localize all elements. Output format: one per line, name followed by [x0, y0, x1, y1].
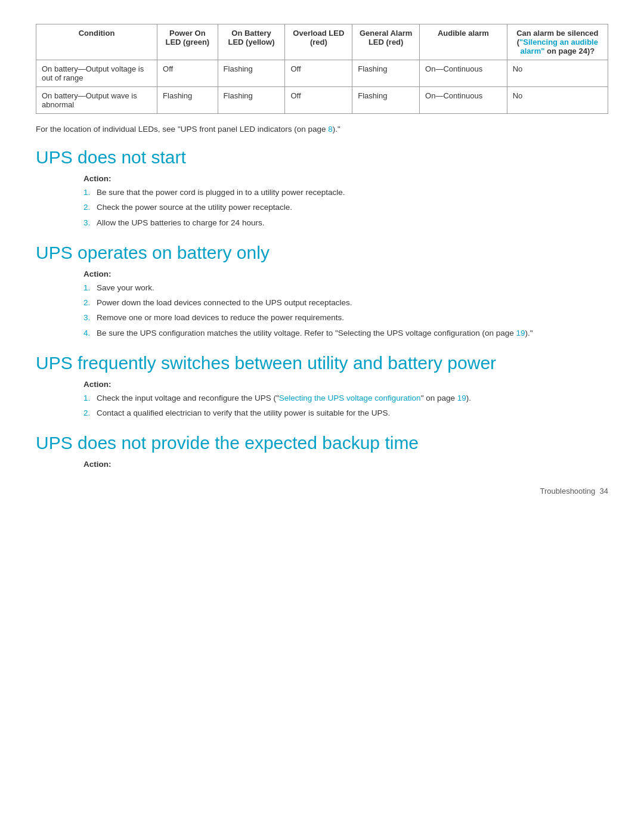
step-number: 1.: [83, 282, 97, 294]
voltage-config-link-s2[interactable]: 19: [516, 329, 525, 337]
cell-condition-2: On battery—Output wave is abnormal: [36, 87, 157, 114]
col-on-battery-led: On Battery LED (yellow): [218, 24, 285, 60]
step-item: 1. Be sure that the power cord is plugge…: [83, 187, 608, 199]
step-item: 3. Allow the UPS batteries to charge for…: [83, 217, 608, 229]
step-number: 2.: [83, 407, 97, 419]
step-item: 4. Be sure the UPS configuration matches…: [83, 327, 608, 339]
cell-battery-2: Flashing: [218, 87, 285, 114]
silence-link-header[interactable]: "Silencing an audible alarm": [519, 38, 598, 55]
step-number: 3.: [83, 312, 97, 324]
col-overload-led: Overload LED (red): [285, 24, 352, 60]
step-number: 2.: [83, 297, 97, 309]
cell-silence-2: No: [507, 87, 608, 114]
col-audible-alarm: Audible alarm: [420, 24, 507, 60]
step-item: 3. Remove one or more load devices to re…: [83, 312, 608, 324]
cell-condition-1: On battery—Output voltage is out of rang…: [36, 60, 157, 87]
cell-power-2: Flashing: [157, 87, 218, 114]
cell-general-1: Flashing: [352, 60, 420, 87]
cell-overload-1: Off: [285, 60, 352, 87]
cell-general-2: Flashing: [352, 87, 420, 114]
step-text: Power down the load devices connected to…: [97, 297, 608, 309]
section1-title: UPS does not start: [36, 147, 608, 168]
step-number: 2.: [83, 202, 97, 213]
step-item: 1. Save your work.: [83, 282, 608, 294]
voltage-config-page-link-s3[interactable]: 19: [457, 394, 466, 402]
col-general-alarm: General Alarm LED (red): [352, 24, 420, 60]
section2-steps: 1. Save your work. 2. Power down the loa…: [83, 282, 608, 339]
step-number: 1.: [83, 187, 97, 199]
step-text: Check the power source at the utility po…: [97, 202, 608, 213]
section2-action-label: Action:: [83, 270, 608, 278]
section-ups-switches: UPS frequently switches between utility …: [36, 352, 608, 420]
col-power-on-led: Power On LED (green): [157, 24, 218, 60]
section1-steps: 1. Be sure that the power cord is plugge…: [83, 187, 608, 229]
cell-audible-1: On—Continuous: [420, 60, 507, 87]
section3-title: UPS frequently switches between utility …: [36, 352, 608, 374]
section1-action-label: Action:: [83, 174, 608, 183]
step-item: 1. Check the input voltage and reconfigu…: [83, 392, 608, 404]
step-text: Be sure the UPS configuration matches th…: [97, 327, 608, 339]
page-number: 34: [600, 487, 608, 496]
step-number: 3.: [83, 217, 97, 229]
cell-silence-1: No: [507, 60, 608, 87]
led-condition-table: Condition Power On LED (green) On Batter…: [36, 24, 608, 114]
section-ups-backup-time: UPS does not provide the expected backup…: [36, 432, 608, 469]
cell-overload-2: Off: [285, 87, 352, 114]
cell-audible-2: On—Continuous: [420, 87, 507, 114]
step-number: 4.: [83, 327, 97, 339]
step-text: Contact a qualified electrician to verif…: [97, 407, 608, 419]
step-item: 2. Contact a qualified electrician to ve…: [83, 407, 608, 419]
section-ups-does-not-start: UPS does not start Action: 1. Be sure th…: [36, 147, 608, 229]
section-ups-battery-only: UPS operates on battery only Action: 1. …: [36, 242, 608, 339]
step-text: Remove one or more load devices to reduc…: [97, 312, 608, 324]
section4-action-label: Action:: [83, 460, 608, 469]
section4-title: UPS does not provide the expected backup…: [36, 432, 608, 454]
table-row: On battery—Output voltage is out of rang…: [36, 60, 608, 87]
section3-action-label: Action:: [83, 380, 608, 389]
led-page-link[interactable]: 8: [328, 125, 333, 134]
footer-label: Troubleshooting: [540, 487, 596, 496]
step-text: Save your work.: [97, 282, 608, 294]
step-item: 2. Check the power source at the utility…: [83, 202, 608, 213]
table-row: On battery—Output wave is abnormal Flash…: [36, 87, 608, 114]
led-location-note: For the location of individual LEDs, see…: [36, 125, 608, 134]
step-text: Allow the UPS batteries to charge for 24…: [97, 217, 608, 229]
cell-power-1: Off: [157, 60, 218, 87]
step-text: Check the input voltage and reconfigure …: [97, 392, 608, 404]
cell-battery-1: Flashing: [218, 60, 285, 87]
section3-steps: 1. Check the input voltage and reconfigu…: [83, 392, 608, 420]
voltage-config-link-s3[interactable]: Selecting the UPS voltage configuration: [279, 394, 421, 402]
col-can-silence: Can alarm be silenced ("Silencing an aud…: [507, 24, 608, 60]
step-item: 2. Power down the load devices connected…: [83, 297, 608, 309]
page-footer: Troubleshooting 34: [36, 487, 608, 496]
col-condition: Condition: [36, 24, 157, 60]
section2-title: UPS operates on battery only: [36, 242, 608, 264]
step-text: Be sure that the power cord is plugged i…: [97, 187, 608, 199]
step-number: 1.: [83, 392, 97, 404]
